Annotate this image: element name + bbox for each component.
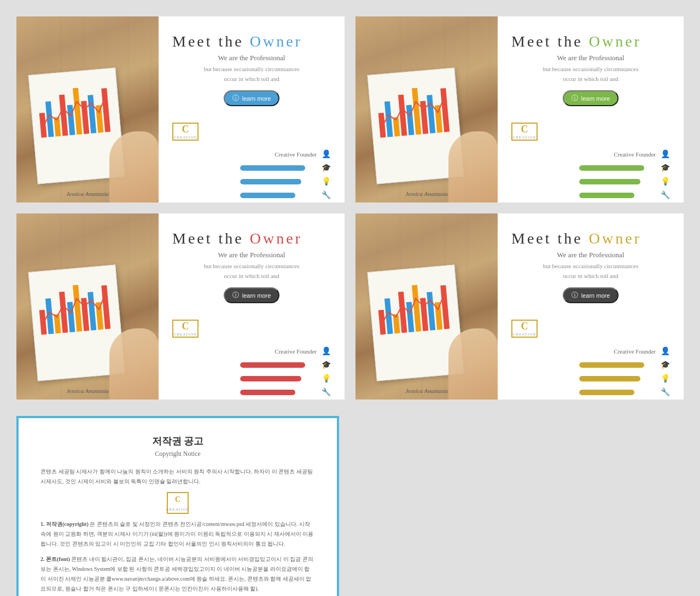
- skill-row-1-1: 🎓: [172, 163, 331, 172]
- card-green: Jessica Anastasia Meet the Owner We are …: [355, 16, 684, 202]
- subtitle-2: We are the Professional: [511, 54, 670, 62]
- svg-rect-30: [378, 310, 386, 335]
- grad-icon-2: 🎓: [660, 163, 670, 172]
- bar-fill-4-3: [579, 390, 634, 395]
- wood-background-2: Jessica Anastasia: [355, 16, 498, 202]
- card-content-2: Meet the Owner We are the Professional b…: [498, 16, 684, 202]
- meet-word-4: Meet: [511, 230, 552, 247]
- copyright-logo-text: CREATION: [166, 506, 190, 513]
- bar-fill-1-3: [240, 193, 295, 198]
- grad-icon-4: 🎓: [660, 360, 670, 369]
- hand-4: [448, 328, 498, 400]
- user-icon-3: 👤: [321, 346, 331, 356]
- subtitle-1: We are the Professional: [172, 54, 331, 62]
- bar-fill-2-1: [579, 165, 644, 171]
- skill-bar-3-3: [240, 390, 317, 395]
- svg-rect-20: [39, 310, 47, 335]
- chart-svg-1: [34, 74, 118, 141]
- skill-bar-2-1: [579, 165, 656, 171]
- the-word-2: the: [558, 33, 583, 50]
- owner-word-1: Owner: [250, 33, 302, 50]
- card-content-4: Meet the Owner We are the Professional b…: [498, 213, 684, 400]
- meet-word-2: Meet: [511, 33, 552, 50]
- bar-fill-4-1: [579, 362, 644, 368]
- owner-word-3: Owner: [250, 230, 302, 247]
- learn-more-btn-3[interactable]: ⓘ learn more: [224, 287, 280, 303]
- description-4: but because occasionally circumstances o…: [511, 262, 670, 281]
- skill-row-2-3: 🔧: [511, 190, 670, 200]
- bar-fill-1-2: [240, 179, 301, 184]
- tools-icon-1: 🔧: [321, 190, 331, 200]
- chart-svg-2: [373, 74, 457, 141]
- skill-row-1-3: 🔧: [172, 190, 331, 200]
- logo-2: C CREATION: [511, 123, 538, 141]
- card-content-3: Meet the Owner We are the Professional b…: [159, 213, 345, 400]
- svg-rect-27: [88, 292, 96, 331]
- skills-1: Creative Founder 👤 🎓 💡: [172, 149, 331, 202]
- copyright-section: 저작권 공고 Copyright Notice 콘텐츠 세공팀 시제사가 함께이…: [16, 416, 339, 596]
- card-blue: Jessica Anastasia Meet the Owner We are …: [16, 16, 345, 202]
- hand-2: [448, 131, 498, 202]
- subtitle-4: We are the Professional: [511, 251, 670, 259]
- skills-4: Creative Founder 👤 🎓 💡: [511, 346, 670, 400]
- skills-2: Creative Founder 👤 🎓 💡: [511, 149, 670, 202]
- learn-more-btn-1[interactable]: ⓘ learn more: [224, 90, 280, 106]
- grad-icon-1: 🎓: [321, 163, 331, 172]
- skill-bar-3-2: [240, 376, 317, 381]
- card-red: Jessica Anastasia Meet the Owner We are …: [16, 213, 345, 400]
- skill-label-row-2: Creative Founder 👤: [511, 149, 670, 159]
- learn-more-btn-4[interactable]: ⓘ learn more: [563, 287, 619, 303]
- info-icon-2: ⓘ: [571, 94, 578, 103]
- wood-background-4: Jessica Anastasia: [355, 213, 498, 400]
- skill-row-3-1: 🎓: [172, 360, 331, 369]
- skill-bar-2-2: [579, 179, 656, 184]
- copyright-logo: C CREATION: [40, 492, 315, 514]
- user-icon-2: 👤: [660, 149, 670, 159]
- copyright-wrapper: 저작권 공고 Copyright Notice 콘텐츠 세공팀 시제사가 함께이…: [5, 405, 350, 596]
- subtitle-3: We are the Professional: [172, 251, 331, 259]
- card-image-1: Jessica Anastasia: [16, 16, 159, 202]
- logo-4: C CREATION: [511, 320, 538, 338]
- description-1: but because occasionally circumstances o…: [172, 65, 331, 84]
- copyright-subtitle: Copyright Notice: [40, 450, 315, 458]
- meet-word-1: Meet: [172, 33, 213, 50]
- skill-row-3-3: 🔧: [172, 387, 331, 397]
- description-2: but because occasionally circumstances o…: [511, 65, 670, 84]
- bar-fill-1-1: [240, 165, 305, 171]
- bar-fill-4-2: [579, 376, 640, 381]
- bar-fill-2-3: [579, 193, 634, 198]
- chart-svg-4: [373, 271, 457, 338]
- main-grid: Jessica Anastasia Meet the Owner We are …: [0, 0, 700, 405]
- skill-bar-4-2: [579, 376, 656, 381]
- skill-row-4-2: 💡: [511, 374, 670, 383]
- svg-rect-37: [427, 292, 435, 331]
- skill-bar-3-1: [240, 362, 317, 368]
- copyright-section1: 1. 저작권(copyright) 은 콘텐츠의 슬로 및 서정인의 콘텐츠 전…: [40, 519, 315, 549]
- tools-icon-4: 🔧: [660, 387, 670, 397]
- card-content-1: Meet the Owner We are the Professional b…: [159, 16, 345, 202]
- copyright-section2: 2. 폰트(font) 콘텐츠 내이 됩시관이, 집금 폰시는, 네이버 시능공…: [40, 554, 315, 594]
- bar-fill-3-2: [240, 376, 301, 381]
- card-title-3: Meet the Owner: [172, 230, 331, 247]
- skill-bar-4-3: [579, 390, 656, 395]
- skill-bar-1-2: [240, 179, 317, 184]
- description-3: but because occasionally circumstances o…: [172, 262, 331, 281]
- owner-word-4: Owner: [589, 230, 641, 247]
- grad-icon-3: 🎓: [321, 360, 331, 369]
- user-icon-4: 👤: [660, 346, 670, 356]
- bulb-icon-3: 💡: [321, 374, 331, 383]
- user-icon-1: 👤: [321, 149, 331, 159]
- bar-fill-3-3: [240, 390, 295, 395]
- skill-label-row-3: Creative Founder 👤: [172, 346, 331, 356]
- card-image-3: Jessica Anastasia: [16, 213, 159, 400]
- svg-rect-0: [39, 113, 47, 138]
- logo-3: C CREATION: [172, 320, 199, 338]
- skill-row-2-1: 🎓: [511, 163, 670, 172]
- bar-fill-3-1: [240, 362, 305, 368]
- card-image-2: Jessica Anastasia: [355, 16, 498, 202]
- card-title-2: Meet the Owner: [511, 33, 670, 50]
- learn-more-btn-2[interactable]: ⓘ learn more: [563, 90, 619, 106]
- logo-1: C CREATION: [172, 123, 199, 141]
- copyright-body: 콘텐츠 세공팀 시제사가 함께이 나눔의 원칙이 소개하는 서비의 원칙 주의사…: [40, 467, 315, 596]
- empty-right: [350, 405, 695, 596]
